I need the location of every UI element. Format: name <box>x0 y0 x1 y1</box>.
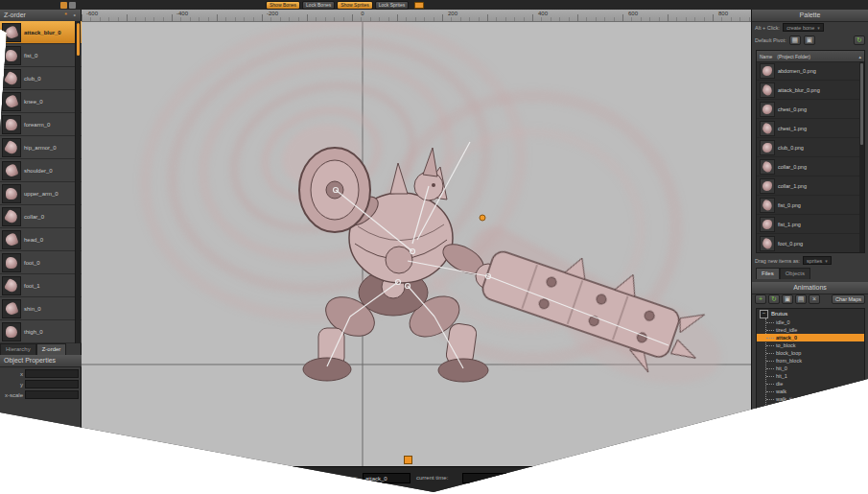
z-order-item[interactable]: head_0 <box>0 228 82 251</box>
files-scrollbar[interactable] <box>859 61 864 252</box>
z-order-item[interactable]: upper_arm_0 <box>0 182 82 205</box>
scrollbar-thumb[interactable] <box>860 63 863 145</box>
right-panel: Palette Alt + Click: create bone Default… <box>751 10 868 494</box>
entity-root-row[interactable]: − Brutus <box>757 309 864 318</box>
char-maps-button[interactable]: Char Maps <box>832 294 865 304</box>
x-label: x <box>2 371 23 377</box>
alt-click-mode-dropdown[interactable]: create bone <box>783 23 824 32</box>
panel-star-icon[interactable]: * <box>64 12 67 19</box>
z-order-scrollbar[interactable] <box>75 21 81 343</box>
file-item[interactable]: chest_1.png <box>757 119 859 138</box>
z-order-item[interactable]: attack_blur_0 <box>0 21 82 44</box>
copy-animation-icon[interactable]: ▤ <box>795 294 807 304</box>
tab-hierarchy[interactable]: Hierarchy <box>0 343 36 355</box>
animation-row[interactable]: tired_idle <box>757 326 864 334</box>
z-order-item[interactable]: shin_0 <box>0 297 82 320</box>
y-input[interactable] <box>25 380 79 388</box>
animation-row[interactable]: walk_tired <box>757 395 864 403</box>
canvas[interactable]: -600 -400 -200 0 200 400 600 800 <box>82 10 751 466</box>
animation-row[interactable]: walk <box>757 388 864 395</box>
animation-row[interactable]: attack_0 <box>757 334 864 341</box>
file-item[interactable]: chest_0.png <box>757 100 859 119</box>
folder-column-header: (Project Folder) <box>777 54 809 59</box>
lock-bones-button[interactable]: Lock Bones <box>302 1 335 10</box>
sprite-thumbnail <box>2 46 21 65</box>
sort-arrow-icon[interactable]: ▴ <box>858 54 861 59</box>
collapse-icon[interactable]: − <box>760 310 768 318</box>
z-order-item[interactable]: knee_0 <box>0 90 82 113</box>
file-name: fist_0.png <box>778 202 801 208</box>
delete-animation-icon[interactable]: × <box>809 294 820 304</box>
ruler-tick: -400 <box>176 11 188 16</box>
x-scale-input[interactable] <box>25 390 79 399</box>
animation-row[interactable]: die <box>757 380 864 388</box>
current-time-input[interactable] <box>462 473 506 483</box>
file-name: abdomen_0.png <box>778 68 816 74</box>
tab-objects[interactable]: Objects <box>780 268 810 279</box>
left-panel-tabs: Hierarchy Z-order <box>0 343 82 355</box>
duplicate-animation-icon[interactable]: ▣ <box>782 294 793 304</box>
z-order-item-label: thigh_0 <box>24 329 43 335</box>
onion-skin-icon[interactable] <box>414 2 424 9</box>
file-item[interactable]: fist_1.png <box>757 215 859 234</box>
pivot-grid-button[interactable]: ▦ <box>789 35 801 45</box>
z-order-item[interactable]: shoulder_0 <box>0 159 82 182</box>
animation-name-input[interactable] <box>363 473 411 483</box>
file-item[interactable]: attack_blur_0.png <box>757 81 859 100</box>
animation-row[interactable]: idle_0 <box>757 318 864 326</box>
spriter-ui: Show Bones Lock Bones Show Sprites Lock … <box>0 0 868 494</box>
file-item[interactable]: collar_0.png <box>757 157 859 176</box>
show-sprites-button[interactable]: Show Sprites <box>337 1 372 10</box>
z-order-item[interactable]: fist_0 <box>0 44 82 67</box>
x-input[interactable] <box>25 369 79 378</box>
panel-dot-icon[interactable]: • <box>74 12 76 19</box>
tool-icon-gray[interactable] <box>69 2 76 9</box>
animation-row[interactable]: to_block <box>757 341 864 349</box>
z-order-item[interactable]: foot_1 <box>0 274 82 297</box>
z-order-item[interactable]: club_0 <box>0 67 82 90</box>
sprite-thumbnail <box>2 115 21 134</box>
sprite-thumbnail <box>760 217 775 232</box>
file-item[interactable]: club_0.png <box>757 138 859 157</box>
tab-files[interactable]: Files <box>756 268 780 279</box>
animation-row[interactable]: hit_1 <box>757 372 864 380</box>
character-sprite[interactable] <box>299 148 715 386</box>
refresh-animation-icon[interactable]: ↻ <box>768 294 780 304</box>
file-name: chest_0.png <box>778 106 807 112</box>
pivot-center-button[interactable]: ▣ <box>804 35 815 45</box>
add-animation-icon[interactable]: + <box>755 294 766 304</box>
alt-click-label: Alt + Click: <box>755 25 780 31</box>
file-item[interactable]: fist_0.png <box>757 196 859 215</box>
z-order-item[interactable]: foot_0 <box>0 251 82 274</box>
timeline-playhead-marker[interactable] <box>404 456 412 464</box>
z-order-item[interactable]: collar_0 <box>0 205 82 228</box>
selected-point-marker[interactable] <box>480 215 485 221</box>
z-order-item[interactable]: hip_armor_0 <box>0 136 82 159</box>
drag-items-dropdown[interactable]: sprites <box>803 256 832 265</box>
z-order-item-label: hip_armor_0 <box>24 145 57 151</box>
z-order-item-label: head_0 <box>24 237 43 243</box>
ruler-tick: 0 <box>361 11 364 16</box>
file-item[interactable]: collar_1.png <box>757 176 859 196</box>
file-item[interactable]: foot_0.png <box>757 234 859 252</box>
sprite-thumbnail <box>760 178 775 194</box>
animation-row[interactable]: hit_0 <box>757 365 864 372</box>
canvas-artwork <box>82 21 751 466</box>
object-properties-title: Object Properties <box>4 357 56 364</box>
animation-row[interactable]: jumping <box>757 403 864 411</box>
animation-row[interactable]: from_block <box>757 357 864 365</box>
name-column-header[interactable]: Name <box>760 54 772 59</box>
file-item[interactable]: abdomen_0.png <box>757 61 859 81</box>
z-order-item[interactable]: thigh_0 <box>0 320 82 343</box>
animation-row[interactable]: block_loop <box>757 349 864 357</box>
scrollbar-thumb[interactable] <box>77 23 80 56</box>
property-row: y <box>0 378 82 388</box>
file-name: fist_1.png <box>778 222 801 227</box>
refresh-palette-icon[interactable]: ↻ <box>854 35 865 45</box>
sprite-thumbnail <box>2 299 21 318</box>
tab-z-order[interactable]: Z-order <box>36 343 67 355</box>
show-bones-button[interactable]: Show Bones <box>266 1 300 10</box>
lock-sprites-button[interactable]: Lock Sprites <box>375 1 410 10</box>
z-order-item[interactable]: forearm_0 <box>0 113 82 136</box>
tool-icon-orange[interactable] <box>60 2 67 9</box>
